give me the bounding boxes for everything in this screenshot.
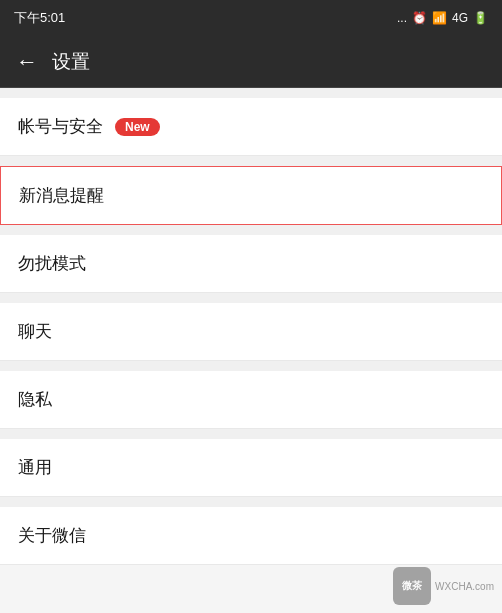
status-bar: 下午5:01 ... ⏰ 📶 4G 🔋 [0, 0, 502, 36]
status-icons: ... ⏰ 📶 4G 🔋 [397, 11, 488, 25]
header: ← 设置 [0, 36, 502, 88]
signal-icon: 📶 [432, 11, 447, 25]
menu-item-do-not-disturb[interactable]: 勿扰模式 [0, 235, 502, 293]
menu-item-about-wechat[interactable]: 关于微信 [0, 507, 502, 565]
do-not-disturb-label: 勿扰模式 [18, 252, 86, 275]
general-label: 通用 [18, 456, 52, 479]
alarm-icon: ⏰ [412, 11, 427, 25]
page-title: 设置 [52, 49, 90, 75]
watermark-icon: 微茶 [393, 567, 431, 605]
account-security-label: 帐号与安全 [18, 115, 103, 138]
wifi-icon: ... [397, 11, 407, 25]
chat-label: 聊天 [18, 320, 52, 343]
divider-5 [0, 429, 502, 439]
menu-item-chat[interactable]: 聊天 [0, 303, 502, 361]
network-type: 4G [452, 11, 468, 25]
menu-item-privacy[interactable]: 隐私 [0, 371, 502, 429]
divider-6 [0, 497, 502, 507]
watermark-url: WXCHA.com [435, 581, 494, 592]
divider-1 [0, 156, 502, 166]
privacy-label: 隐私 [18, 388, 52, 411]
top-divider [0, 88, 502, 98]
status-time: 下午5:01 [14, 9, 65, 27]
menu-item-account-security[interactable]: 帐号与安全 New [0, 98, 502, 156]
about-wechat-label: 关于微信 [18, 524, 86, 547]
divider-2 [0, 225, 502, 235]
battery-icon: 🔋 [473, 11, 488, 25]
back-button[interactable]: ← [16, 49, 38, 75]
new-message-label: 新消息提醒 [19, 184, 104, 207]
divider-3 [0, 293, 502, 303]
menu-item-general[interactable]: 通用 [0, 439, 502, 497]
watermark: 微茶 WXCHA.com [393, 567, 494, 605]
new-badge: New [115, 118, 160, 136]
menu-item-new-message[interactable]: 新消息提醒 [0, 166, 502, 225]
divider-4 [0, 361, 502, 371]
menu-list: 帐号与安全 New 新消息提醒 勿扰模式 聊天 隐私 通用 关于微信 [0, 98, 502, 565]
